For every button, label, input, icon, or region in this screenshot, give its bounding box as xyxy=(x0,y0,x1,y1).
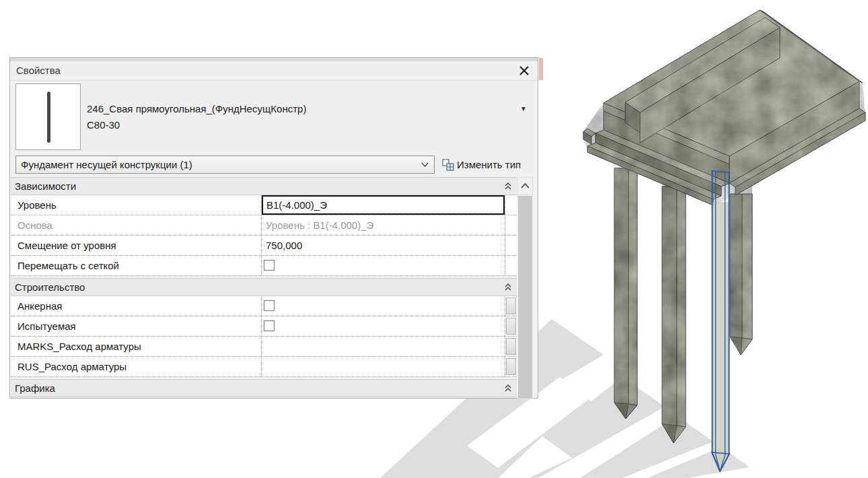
section-label: Строительство xyxy=(15,281,85,293)
edit-type-label: Изменить тип xyxy=(457,156,521,174)
chevron-up-icon xyxy=(518,178,532,195)
type-selector-label[interactable]: 246_Свая прямоугольная_(ФундНесущКонстр)… xyxy=(87,101,306,133)
param-value-cell[interactable]: В1(-4.000)_Э xyxy=(261,195,505,215)
properties-palette: Свойства 246_Свая прямоугольная_(ФундНес… xyxy=(9,57,538,399)
type-name: С80-30 xyxy=(87,117,306,133)
scroll-up-button[interactable] xyxy=(517,177,533,195)
close-icon[interactable] xyxy=(519,65,530,76)
revit-workspace: Свойства 246_Свая прямоугольная_(ФундНес… xyxy=(0,0,868,478)
param-label: RUS_Расход арматуры xyxy=(11,357,261,376)
side-cell xyxy=(505,296,517,316)
collapse-icon[interactable] xyxy=(505,384,511,392)
side-cell xyxy=(505,195,517,215)
collapse-icon[interactable] xyxy=(505,182,511,191)
collapse-icon[interactable] xyxy=(505,283,511,292)
chevron-down-icon xyxy=(421,162,429,168)
side-cell xyxy=(505,357,517,376)
param-label: Испытуемая xyxy=(11,316,261,336)
anchor-checkbox[interactable] xyxy=(264,300,275,311)
rus-rebar-input[interactable] xyxy=(261,357,505,376)
level-input[interactable]: В1(-4.000)_Э xyxy=(262,195,505,215)
param-label: Уровень xyxy=(11,195,261,215)
type-selector-caret-icon[interactable]: ▼ xyxy=(520,105,527,112)
parameter-table: Зависимости Уровень В1(-4.000)_Э Основа … xyxy=(11,177,517,397)
param-label: Основа xyxy=(11,215,261,235)
param-label: Перемещать с сеткой xyxy=(11,256,261,275)
marks-rebar-input[interactable] xyxy=(261,337,505,356)
param-row-marks-rebar: MARKS_Расход арматуры xyxy=(11,337,517,357)
palette-title: Свойства xyxy=(16,65,61,76)
family-name: 246_Свая прямоугольная_(ФундНесущКонстр) xyxy=(87,101,306,117)
selected-pile[interactable] xyxy=(712,171,729,471)
param-label: Анкерная xyxy=(11,296,261,316)
param-row-offset: Смещение от уровня 750,000 xyxy=(11,236,517,256)
row-side-button[interactable] xyxy=(506,318,516,335)
filter-value: Фундамент несущей конструкции (1) xyxy=(21,159,192,170)
type-preview xyxy=(15,83,81,150)
param-value-readonly: Уровень : В1(-4.000)_Э xyxy=(261,215,505,235)
param-label: MARKS_Расход арматуры xyxy=(11,337,261,356)
side-cell xyxy=(505,316,517,336)
section-header-construction[interactable]: Строительство xyxy=(11,278,517,296)
vertical-scrollbar[interactable] xyxy=(517,177,533,399)
moves-with-grid-checkbox[interactable] xyxy=(264,260,275,271)
param-row-rus-rebar: RUS_Расход арматуры xyxy=(11,357,517,377)
edit-type-icon xyxy=(442,159,454,171)
side-cell xyxy=(505,337,517,356)
filter-combobox[interactable]: Фундамент несущей конструкции (1) xyxy=(15,156,435,174)
scrollbar-thumb[interactable] xyxy=(518,196,532,399)
param-row-tested: Испытуемая xyxy=(11,316,517,337)
divider xyxy=(10,80,538,81)
section-label: Графика xyxy=(15,382,55,394)
section-header-graphics[interactable]: Графика xyxy=(11,379,517,397)
param-row-moves-with-grid: Перемещать с сеткой xyxy=(11,256,517,276)
row-side-button[interactable] xyxy=(506,338,516,355)
param-row-anchor: Анкерная xyxy=(11,296,517,316)
param-label: Смещение от уровня xyxy=(11,236,261,255)
side-cell xyxy=(505,256,517,275)
param-value-cell xyxy=(261,256,505,275)
side-cell xyxy=(505,236,517,255)
offset-input[interactable]: 750,000 xyxy=(261,236,505,255)
background-window-sliver xyxy=(539,58,543,80)
side-cell xyxy=(505,215,517,235)
row-side-button[interactable] xyxy=(506,358,516,375)
pile-preview-glyph xyxy=(47,92,50,143)
param-value-cell xyxy=(261,316,505,336)
tested-checkbox[interactable] xyxy=(264,320,275,331)
section-header-dependencies[interactable]: Зависимости xyxy=(11,177,517,195)
param-value-cell xyxy=(261,296,505,316)
section-label: Зависимости xyxy=(15,180,76,192)
param-row-host: Основа Уровень : В1(-4.000)_Э xyxy=(11,215,517,236)
param-row-level: Уровень В1(-4.000)_Э xyxy=(11,195,517,215)
palette-title-bar[interactable]: Свойства xyxy=(10,61,538,80)
row-side-button[interactable] xyxy=(506,298,516,314)
